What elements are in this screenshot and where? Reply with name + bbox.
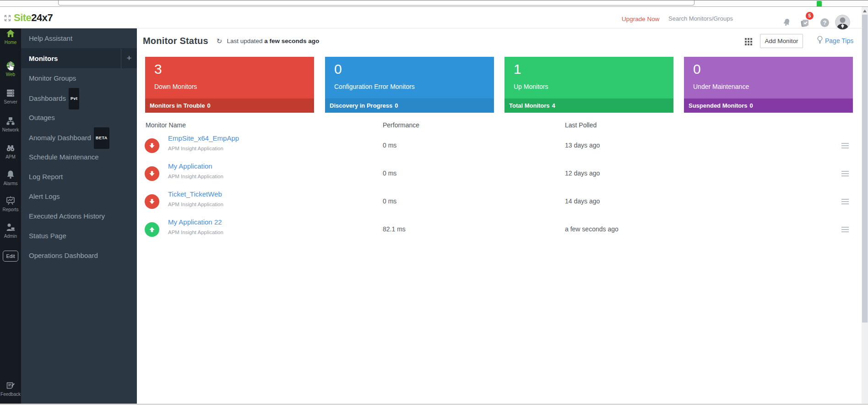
browser-extension-badge[interactable]: [817, 1, 822, 7]
card-label: Under Maintenance: [693, 83, 749, 90]
mouse-cursor: [5, 61, 16, 74]
notification-count-badge: 5: [806, 12, 814, 20]
row-menu-icon[interactable]: [841, 199, 849, 206]
status-up-icon: [145, 222, 159, 237]
page-tips-link[interactable]: Page Tips: [825, 37, 853, 44]
monitor-name-link[interactable]: Ticket_TicketWeb: [168, 190, 222, 198]
home-icon: [5, 28, 16, 38]
reports-icon: [5, 196, 16, 206]
user-avatar[interactable]: [835, 15, 850, 30]
sidebar-item-executed-actions-history[interactable]: Executed Actions History: [21, 206, 137, 226]
rail-item-home[interactable]: Home: [0, 28, 21, 45]
apps-grid-icon[interactable]: [744, 38, 753, 48]
last-polled-value: 13 days ago: [565, 142, 600, 149]
card-configuration-error[interactable]: 0 Configuration Error Monitors Discovery…: [325, 57, 494, 113]
last-polled-value: 14 days ago: [565, 197, 600, 205]
monitor-type: APM Insight Application: [168, 174, 223, 179]
sidebar-item-help-assistant[interactable]: Help Assistant: [21, 28, 137, 49]
card-footer[interactable]: Monitors in Trouble0: [145, 99, 314, 113]
monitor-name-link[interactable]: EmpSite_x64_EmpApp: [168, 134, 239, 142]
search-input[interactable]: [668, 13, 755, 24]
card-count: 3: [154, 61, 162, 77]
performance-value: 0 ms: [383, 170, 396, 177]
card-footer[interactable]: Discovery in Progress0: [325, 99, 494, 113]
card-footer[interactable]: Suspended Monitors0: [684, 99, 853, 113]
card-up-monitors[interactable]: 1 Up Monitors Total Monitors4: [505, 57, 673, 113]
sidebar-item-anomaly-dashboard[interactable]: Anomaly DashboardBETA: [21, 127, 137, 147]
add-monitor-button[interactable]: Add Monitor: [760, 34, 803, 48]
rail-item-apm[interactable]: APM: [0, 143, 21, 159]
table-row[interactable]: My Application APM Insight Application 0…: [137, 160, 862, 188]
last-polled-value: 12 days ago: [565, 170, 600, 177]
col-monitor-name: Monitor Name: [146, 121, 186, 129]
monitor-name-link[interactable]: My Application 22: [168, 218, 222, 226]
upgrade-now-link[interactable]: Upgrade Now: [622, 16, 660, 22]
rail-item-alarms[interactable]: Alarms: [0, 170, 21, 186]
sidebar-item-status-page[interactable]: Status Page: [21, 226, 137, 246]
scrollbar-up-arrow[interactable]: [863, 10, 867, 12]
status-down-icon: [145, 166, 159, 181]
browser-chrome-strip: [0, 0, 868, 7]
page-title: Monitor Status: [143, 36, 208, 46]
alarm-bell-icon: [5, 170, 16, 180]
sidebar-item-operations-dashboard[interactable]: Operations Dashboard: [21, 246, 137, 265]
card-label: Down Monitors: [154, 83, 197, 90]
table-row[interactable]: Ticket_TicketWeb APM Insight Application…: [137, 188, 862, 216]
row-menu-icon[interactable]: [841, 227, 849, 234]
sidebar-item-outages[interactable]: Outages: [21, 108, 137, 127]
rail-item-network[interactable]: Network: [0, 116, 21, 132]
card-down-monitors[interactable]: 3 Down Monitors Monitors in Trouble0: [145, 57, 314, 113]
row-menu-icon[interactable]: [841, 171, 849, 178]
feedback-icon: [5, 380, 16, 390]
vertical-scrollbar[interactable]: [862, 7, 868, 404]
sidebar-item-monitors[interactable]: Monitors +: [21, 49, 137, 68]
browser-address-bar[interactable]: [58, 0, 694, 5]
col-last-polled: Last Polled: [565, 121, 597, 129]
performance-value: 0 ms: [383, 142, 396, 149]
sidebar-item-monitor-groups[interactable]: Monitor Groups: [21, 68, 137, 88]
table-header: Monitor Name Performance Last Polled: [137, 121, 862, 131]
card-count: 0: [334, 61, 342, 77]
sidebar-item-schedule-maintenance[interactable]: Schedule Maintenance: [21, 147, 137, 167]
site24x7-logo[interactable]: Site24x7: [14, 12, 53, 24]
server-icon: [5, 88, 16, 98]
binoculars-icon: [5, 143, 16, 153]
expand-icon[interactable]: [4, 14, 11, 24]
pvt-badge: Pvt: [69, 88, 80, 109]
performance-value: 82.1 ms: [383, 225, 406, 233]
last-updated-text: Last updated a few seconds ago: [227, 38, 319, 44]
rail-item-feedback[interactable]: Feedback: [0, 380, 21, 397]
sidebar-item-log-report[interactable]: Log Report: [21, 167, 137, 186]
card-label: Up Monitors: [514, 83, 548, 90]
add-monitor-plus-icon[interactable]: +: [121, 49, 137, 68]
topbar: Site24x7 Upgrade Now 5 ?: [0, 7, 862, 28]
admin-icon: [5, 222, 16, 232]
edit-button[interactable]: Edit: [3, 251, 18, 262]
rail-item-reports[interactable]: Reports: [0, 196, 21, 212]
bulb-icon: [816, 35, 824, 46]
help-icon[interactable]: ?: [820, 18, 829, 27]
last-polled-value: a few seconds ago: [565, 225, 618, 233]
sidebar-item-dashboards[interactable]: DashboardsPvt: [21, 88, 137, 108]
table-row[interactable]: EmpSite_x64_EmpApp APM Insight Applicati…: [137, 132, 862, 160]
card-label: Configuration Error Monitors: [334, 83, 415, 90]
sidebar-item-alert-logs[interactable]: Alert Logs: [21, 186, 137, 206]
monitor-name-link[interactable]: My Application: [168, 162, 212, 170]
network-icon: [5, 116, 16, 126]
card-count: 1: [514, 61, 521, 77]
status-down-icon: [145, 194, 159, 209]
announcement-bell-icon[interactable]: [782, 17, 792, 29]
sidebar-menu: Help Assistant Monitors + Monitor Groups…: [21, 28, 137, 404]
rail-item-admin[interactable]: Admin: [0, 222, 21, 239]
card-footer[interactable]: Total Monitors4: [505, 99, 673, 113]
monitor-type: APM Insight Application: [168, 230, 223, 235]
scrollbar-thumb[interactable]: [862, 15, 868, 323]
card-under-maintenance[interactable]: 0 Under Maintenance Suspended Monitors0: [684, 57, 853, 113]
refresh-icon[interactable]: ↻: [217, 37, 222, 45]
monitor-type: APM Insight Application: [168, 202, 223, 207]
performance-value: 0 ms: [383, 197, 396, 205]
col-performance: Performance: [383, 121, 419, 129]
row-menu-icon[interactable]: [841, 143, 849, 150]
table-row[interactable]: My Application 22 APM Insight Applicatio…: [137, 216, 862, 244]
rail-item-server[interactable]: Server: [0, 88, 21, 104]
